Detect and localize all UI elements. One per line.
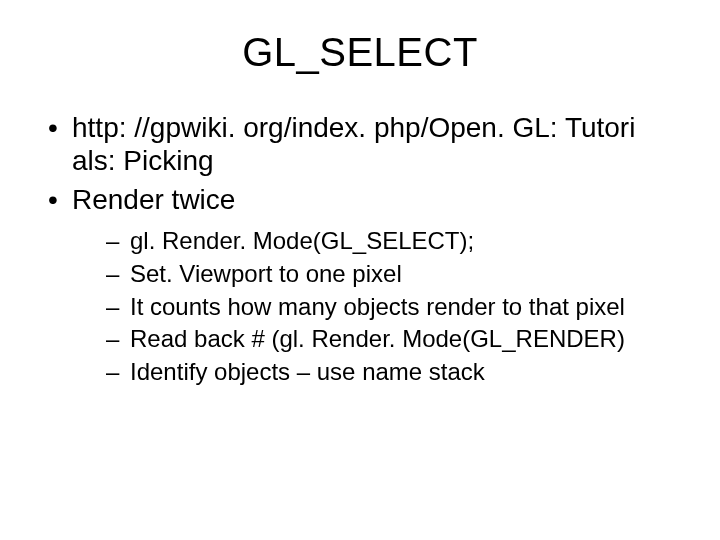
bullet-item: http: //gpwiki. org/index. php/Open. GL:… bbox=[44, 111, 684, 177]
sub-bullet-text: Read back # (gl. Render. Mode(GL_RENDER) bbox=[130, 325, 625, 352]
sub-bullet-item: Read back # (gl. Render. Mode(GL_RENDER) bbox=[106, 324, 684, 355]
bullet-list-level1: http: //gpwiki. org/index. php/Open. GL:… bbox=[36, 111, 684, 388]
sub-bullet-text: Identify objects – use name stack bbox=[130, 358, 485, 385]
bullet-item: Render twice gl. Render. Mode(GL_SELECT)… bbox=[44, 183, 684, 388]
sub-bullet-item: gl. Render. Mode(GL_SELECT); bbox=[106, 226, 684, 257]
sub-bullet-text: Set. Viewport to one pixel bbox=[130, 260, 402, 287]
bullet-list-level2: gl. Render. Mode(GL_SELECT); Set. Viewpo… bbox=[72, 226, 684, 388]
slide-title: GL_SELECT bbox=[36, 30, 684, 75]
slide: GL_SELECT http: //gpwiki. org/index. php… bbox=[0, 0, 720, 540]
sub-bullet-item: Set. Viewport to one pixel bbox=[106, 259, 684, 290]
sub-bullet-item: It counts how many objects render to tha… bbox=[106, 292, 684, 323]
bullet-text: http: //gpwiki. org/index. php/Open. GL:… bbox=[72, 112, 635, 176]
bullet-text: Render twice bbox=[72, 184, 235, 215]
sub-bullet-text: gl. Render. Mode(GL_SELECT); bbox=[130, 227, 474, 254]
sub-bullet-item: Identify objects – use name stack bbox=[106, 357, 684, 388]
sub-bullet-text: It counts how many objects render to tha… bbox=[130, 293, 625, 320]
